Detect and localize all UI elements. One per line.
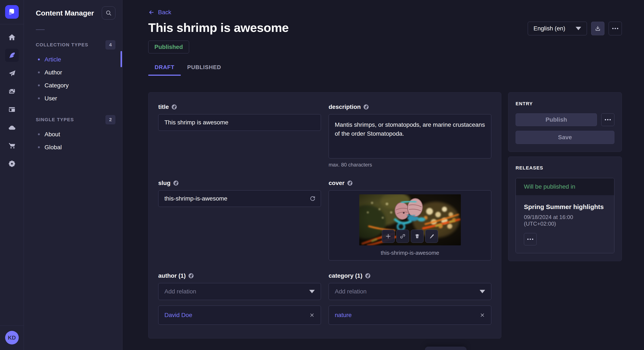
rail-bottom: KD xyxy=(0,326,24,350)
author-relation-link[interactable]: David Doe xyxy=(164,312,192,319)
releases-panel: RELEASES Will be published in Spring Sum… xyxy=(508,157,622,261)
category-relation-select[interactable]: Add relation xyxy=(328,283,491,300)
author-relation-select[interactable]: Add relation xyxy=(158,283,321,300)
localized-globe-icon xyxy=(347,180,353,186)
settings-gear-icon[interactable] xyxy=(5,157,19,170)
tab-draft[interactable]: DRAFT xyxy=(148,64,181,76)
active-item-indicator xyxy=(120,51,122,67)
sidebar-item-global[interactable]: Global xyxy=(24,141,122,154)
cover-actions xyxy=(382,230,438,243)
more-icon xyxy=(607,119,608,120)
cover-delete-button[interactable] xyxy=(411,230,424,243)
localized-globe-icon xyxy=(363,104,369,110)
chevron-down-icon xyxy=(576,27,581,30)
remove-author-relation-button[interactable] xyxy=(309,312,315,318)
chevron-down-icon xyxy=(309,290,315,293)
link-icon xyxy=(400,233,406,239)
sidebar-item-about[interactable]: About xyxy=(24,128,122,141)
localized-globe-icon xyxy=(172,104,177,110)
export-button[interactable] xyxy=(591,22,604,35)
author-relation-item: David Doe xyxy=(158,306,321,325)
download-icon xyxy=(594,25,601,32)
author-field-label: author (1) xyxy=(158,272,186,279)
bottom-floating-widget[interactable] xyxy=(425,347,466,350)
entry-panel-title: ENTRY xyxy=(516,101,614,107)
status-badge: Published xyxy=(148,41,189,53)
bullet-icon xyxy=(38,146,40,148)
cloud-icon[interactable] xyxy=(5,121,19,134)
field-cover: cover xyxy=(328,180,491,260)
more-icon xyxy=(614,28,616,29)
single-types-count-badge: 2 xyxy=(106,115,116,124)
app-window: KD Content Manager COLLECTION TYPES 4 xyxy=(0,0,644,350)
header-more-button[interactable] xyxy=(609,22,622,35)
release-card: Will be published in Spring Summer highl… xyxy=(516,178,614,253)
slug-field-label: slug xyxy=(158,180,170,186)
category-relation-link[interactable]: nature xyxy=(335,312,352,319)
close-icon xyxy=(309,312,315,318)
release-date: 09/18/2024 at 16:00 (UTC+02:00) xyxy=(524,214,606,227)
cover-upload-box: this-shrimp-is-awesome xyxy=(328,190,491,260)
regenerate-slug-icon[interactable] xyxy=(310,195,316,202)
cover-edit-button[interactable] xyxy=(425,230,438,243)
side-panels: ENTRY Publish Save RELEASES Will be publ… xyxy=(508,92,622,261)
sidebar-item-user[interactable]: User xyxy=(24,92,122,105)
sidebar-item-article[interactable]: Article xyxy=(24,53,122,66)
content-manager-feather-icon[interactable] xyxy=(5,49,19,62)
rail-divider xyxy=(0,326,24,326)
tab-published[interactable]: PUBLISHED xyxy=(181,64,228,76)
main-nav-rail: KD xyxy=(0,0,24,350)
slug-input[interactable] xyxy=(158,190,321,207)
locale-select[interactable]: English (en) xyxy=(528,22,587,35)
plus-icon xyxy=(385,233,391,239)
category-relation-item: nature xyxy=(328,306,491,325)
field-title: title xyxy=(158,104,321,168)
home-icon[interactable] xyxy=(5,31,19,44)
publish-button[interactable]: Publish xyxy=(516,113,597,126)
field-slug: slug xyxy=(158,180,321,260)
bullet-icon xyxy=(38,84,40,86)
entry-panel: ENTRY Publish Save xyxy=(508,92,622,152)
back-link[interactable]: Back xyxy=(148,9,171,16)
sidebar-item-author[interactable]: Author xyxy=(24,66,122,79)
close-icon xyxy=(480,312,485,318)
marketplace-cart-icon[interactable] xyxy=(5,139,19,152)
cover-filename: this-shrimp-is-awesome xyxy=(381,250,439,256)
sidebar-divider xyxy=(36,29,45,30)
arrow-left-icon xyxy=(148,9,154,15)
bullet-icon xyxy=(38,133,40,135)
release-body: Spring Summer highlights 09/18/2024 at 1… xyxy=(516,195,614,253)
localized-globe-icon xyxy=(188,273,194,279)
description-textarea[interactable]: Mantis shrimps, or stomatopods, are mari… xyxy=(328,114,491,159)
save-button[interactable]: Save xyxy=(516,131,614,144)
main-content: Back This shrimp is awesome Published En… xyxy=(122,0,644,350)
release-name[interactable]: Spring Summer highlights xyxy=(524,203,606,210)
cover-image[interactable] xyxy=(359,194,461,245)
cover-add-button[interactable] xyxy=(382,230,394,243)
field-description: description Mantis shrimps, or stomatopo… xyxy=(328,104,491,168)
header-controls: English (en) xyxy=(528,22,622,35)
more-icon xyxy=(530,239,531,240)
cover-copy-link-button[interactable] xyxy=(396,230,409,243)
title-input[interactable] xyxy=(158,114,321,131)
sidebar-item-category[interactable]: Category xyxy=(24,79,122,92)
search-button[interactable] xyxy=(102,6,116,19)
content-type-builder-icon[interactable] xyxy=(5,103,19,116)
single-types-label: SINGLE TYPES xyxy=(36,117,74,123)
bullet-icon xyxy=(38,97,40,99)
bullet-icon xyxy=(38,71,40,73)
field-category: category (1) Add relation nature xyxy=(328,272,491,325)
localized-globe-icon xyxy=(173,180,179,186)
paper-plane-icon[interactable] xyxy=(5,67,19,80)
remove-category-relation-button[interactable] xyxy=(480,312,485,318)
release-more-button[interactable] xyxy=(524,233,537,245)
version-tabs: DRAFT PUBLISHED xyxy=(148,64,622,76)
rail-nav xyxy=(5,31,19,170)
user-avatar[interactable]: KD xyxy=(5,331,19,345)
trash-icon xyxy=(414,233,420,239)
entry-more-button[interactable] xyxy=(601,113,614,126)
collection-types-section: COLLECTION TYPES 4 Article Author Catego… xyxy=(24,40,122,105)
strapi-logo[interactable] xyxy=(5,5,19,19)
chevron-down-icon xyxy=(480,290,485,293)
media-library-icon[interactable] xyxy=(5,85,19,98)
